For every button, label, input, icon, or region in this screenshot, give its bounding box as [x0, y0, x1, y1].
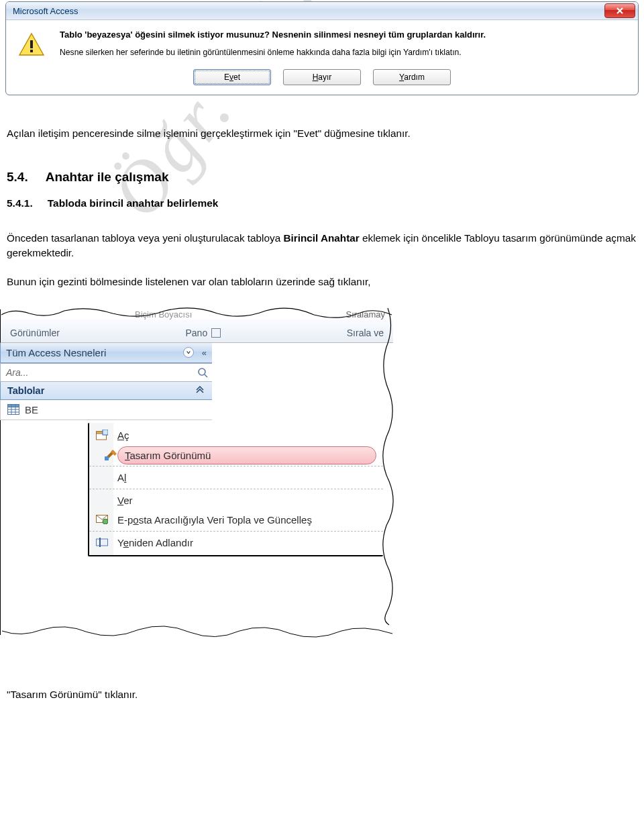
- svg-point-10: [103, 519, 108, 524]
- dialog-titlebar: Microsoft Access: [6, 2, 638, 19]
- svg-point-2: [199, 368, 205, 375]
- chevron-up-icon: [195, 386, 205, 395]
- ribbon-group-sort: Sırala ve: [347, 328, 384, 338]
- dialog-msg-sub: Nesne silerken her seferinde bu iletinin…: [60, 48, 486, 57]
- navpane-dropdown-button[interactable]: [183, 347, 194, 358]
- ribbon-group-views: Görünümler: [10, 328, 60, 338]
- ctx-open[interactable]: Aç: [89, 426, 383, 445]
- screenshot-access-navpane: Biçim Boyacısı Sıralamay Görünümler Pano…: [0, 309, 393, 635]
- navpane-title: Tüm Access Nesneleri: [6, 347, 106, 358]
- svg-rect-8: [105, 456, 109, 460]
- torn-edge-bottom: [1, 626, 394, 640]
- ctx-export[interactable]: Ver: [89, 491, 383, 510]
- dialog-buttons: Evet Hayır Yardım: [6, 62, 638, 95]
- subsection-number: 5.4.1.: [7, 196, 33, 211]
- navpane-search-input[interactable]: Ara...: [0, 363, 212, 382]
- navpane-section-label: Tablolar: [7, 385, 44, 396]
- navpane-collapse-button[interactable]: «: [202, 348, 207, 358]
- subsection-heading: 5.4.1. Tabloda birincil anahtar belirlem…: [7, 196, 637, 211]
- ctx-import[interactable]: Al: [89, 466, 383, 489]
- close-icon: [615, 7, 625, 15]
- ctx-design-view[interactable]: Tasarım Görünümü: [117, 446, 376, 464]
- section-heading: 5.4. Anahtar ile çalışmak: [7, 168, 637, 187]
- help-button[interactable]: Yardım: [373, 69, 451, 85]
- svg-rect-1: [30, 50, 33, 52]
- navpane-section-tables[interactable]: Tablolar: [0, 382, 212, 400]
- svg-rect-7: [103, 430, 108, 435]
- email-collect-icon: [95, 515, 109, 524]
- ribbon-group-clipboard: Pano: [185, 328, 221, 338]
- section-number: 5.4.: [7, 168, 28, 187]
- dialog-title: Microsoft Access: [13, 6, 78, 16]
- table-icon: [7, 404, 19, 415]
- context-menu: Aç Tasarım Görünümü Al Ver E-pos: [88, 423, 383, 556]
- navpane-body-area: Aç Tasarım Görünümü Al Ver E-pos: [0, 420, 393, 635]
- search-icon: [197, 367, 208, 378]
- svg-rect-0: [30, 40, 33, 48]
- article-body: Açılan iletişim penceresinde silme işlem…: [0, 95, 644, 289]
- dialog-msg-bold: Tablo 'beyazesya' öğesini silmek istiyor…: [60, 30, 486, 40]
- svg-rect-11: [97, 539, 108, 546]
- paragraph-3: Bunun için gezinti bölmesinde listelenen…: [7, 275, 637, 289]
- section-title: Anahtar ile çalışmak: [46, 168, 169, 187]
- table-item-label: BE: [25, 404, 38, 415]
- no-button[interactable]: Hayır: [283, 69, 361, 85]
- subsection-title: Tabloda birincil anahtar belirlemek: [48, 196, 219, 211]
- ctx-rename[interactable]: Yeniden Adlandır: [89, 533, 383, 552]
- paragraph-2: Önceden tasarlanan tabloya veya yeni olu…: [7, 231, 637, 260]
- svg-rect-4: [8, 405, 19, 407]
- yes-button[interactable]: Evet: [193, 69, 271, 85]
- warning-icon: [18, 30, 45, 60]
- ribbon-groups: Görünümler Pano Sırala ve: [0, 319, 393, 343]
- ribbon-fragment-left: Biçim Boyacısı: [135, 309, 192, 319]
- access-dialog: Microsoft Access Tablo 'beyazesya' öğesi…: [5, 1, 639, 95]
- open-icon: [95, 430, 109, 440]
- rename-icon: [95, 538, 109, 547]
- dialog-body: Tablo 'beyazesya' öğesini silmek istiyor…: [6, 19, 638, 62]
- final-line: "Tasarım Görünümü" tıklanır.: [7, 689, 644, 701]
- ribbon-fragment-right: Sıralamay: [345, 309, 385, 319]
- paragraph-1: Açılan iletişim penceresinde silme işlem…: [7, 126, 637, 141]
- dialog-launcher-icon[interactable]: [211, 328, 221, 338]
- navpane-table-item[interactable]: BE: [0, 400, 212, 420]
- search-placeholder: Ara...: [6, 367, 28, 378]
- design-view-icon: [103, 450, 118, 460]
- navpane-title-bar[interactable]: Tüm Access Nesneleri «: [0, 343, 212, 363]
- dialog-close-button[interactable]: [604, 3, 635, 18]
- ctx-email-collect[interactable]: E-posta Aracılığıyla Veri Topla ve Günce…: [89, 510, 383, 532]
